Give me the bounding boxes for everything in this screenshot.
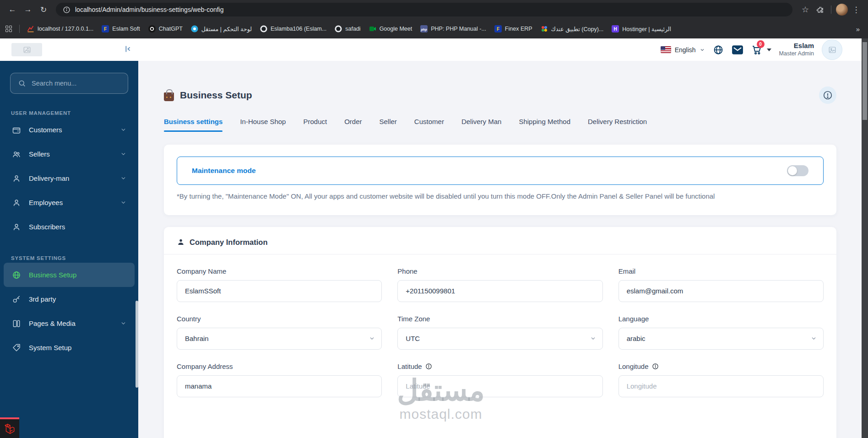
user-avatar[interactable] [822, 39, 842, 60]
alert-info-button[interactable] [819, 87, 836, 104]
bookmark-item[interactable]: phpPHP: PHP Manual -... [417, 23, 490, 34]
field-latitude: LatitudeLatitude [397, 362, 602, 397]
extensions-icon[interactable] [814, 3, 826, 16]
sidebar-item-employees[interactable]: Employees [4, 190, 135, 215]
app-logo-placeholder [11, 43, 42, 56]
pos-cart-button[interactable]: 0 [751, 44, 771, 55]
sidebar-item-delivery-man[interactable]: Delivery-man [4, 166, 135, 190]
browser-menu-icon[interactable]: ⋮ [850, 3, 863, 16]
browser-back-button[interactable]: ← [5, 3, 19, 16]
apps-grid-icon[interactable] [5, 26, 12, 32]
bookmark-item[interactable]: localhost / 127.0.0.1... [23, 23, 97, 34]
bookmark-label: Eslam Soft [112, 26, 140, 32]
field-company-name: Company NameEslamSSoft [177, 267, 382, 302]
tab-seller[interactable]: Seller [380, 118, 397, 128]
bookmark-item[interactable]: ChatGPT [145, 23, 186, 34]
page-scrollbar[interactable] [862, 38, 868, 438]
language-label: English [675, 46, 696, 54]
tab-business-settings[interactable]: Business settings [164, 118, 222, 128]
address-bar[interactable]: localhost/Admin/admin/business-settings/… [56, 3, 792, 16]
tab-in-house-shop[interactable]: In-House Shop [240, 118, 286, 128]
cart-badge: 0 [757, 40, 765, 48]
email-value: eslam@gmail.com [627, 287, 684, 295]
url-text: localhost/Admin/admin/business-settings/… [75, 6, 224, 13]
language-select[interactable]: arabic [618, 328, 824, 350]
person-icon [177, 238, 185, 246]
site-link-globe-icon[interactable] [713, 44, 724, 55]
tab-order[interactable]: Order [344, 118, 362, 128]
messages-icon[interactable] [732, 45, 743, 55]
tab-customer[interactable]: Customer [414, 118, 444, 128]
longitude-input[interactable]: Longitude [618, 375, 824, 397]
tab-shipping-method[interactable]: Shipping Method [519, 118, 570, 128]
browser-profile-avatar[interactable] [836, 4, 848, 16]
cart-caret-icon[interactable] [767, 49, 771, 51]
country-value: Bahrain [185, 335, 209, 342]
company-info-form: Company NameEslamSSoftPhone+201150099801… [177, 267, 824, 397]
field-time-zone: Time ZoneUTC [397, 315, 602, 350]
browser-forward-button[interactable]: → [21, 3, 35, 16]
browser-toolbar: ← → ↻ localhost/Admin/admin/business-set… [0, 0, 868, 19]
bookmark-star-icon[interactable]: ☆ [799, 3, 812, 16]
sidebar-collapse-icon[interactable] [123, 44, 133, 56]
sidebar: Search menu... USER MANAGEMENTCustomersS… [0, 61, 138, 438]
bookmark-item[interactable]: FFinex ERP [491, 23, 536, 34]
tab-product[interactable]: Product [303, 118, 327, 128]
bookmark-item[interactable]: تطبيق عندك (Copy)... [537, 23, 608, 34]
scrollbar-thumb[interactable] [863, 42, 867, 120]
company-name-input[interactable]: EslamSSoft [177, 280, 382, 302]
user-info: Eslam Master Admin [779, 42, 814, 57]
field-language: Languagearabic [618, 315, 824, 350]
sidebar-item-3rd-party[interactable]: 3rd party [4, 287, 135, 311]
sidebar-item-sellers[interactable]: Sellers [4, 142, 135, 166]
sidebar-nav: USER MANAGEMENTCustomersSellersDelivery-… [0, 110, 138, 360]
sidebar-search-input[interactable]: Search menu... [10, 73, 128, 94]
tab-delivery-man[interactable]: Delivery Man [461, 118, 502, 128]
bookmark-item[interactable]: HHostinger | الرئيسية [608, 23, 675, 34]
chevron-down-icon [120, 320, 126, 326]
bookmarks-overflow-chevron[interactable]: » [852, 25, 863, 33]
bookmark-label: Hostinger | الرئيسية [622, 26, 671, 32]
phone-input[interactable]: +201150099801 [397, 280, 602, 302]
chevron-down-icon [120, 151, 126, 157]
company-name-label: Company Name [177, 267, 382, 275]
time-zone-select[interactable]: UTC [397, 328, 602, 350]
tab-delivery-restriction[interactable]: Delivery Restriction [588, 118, 647, 128]
bookmark-item[interactable]: Eslamba106 (Eslam... [256, 23, 330, 34]
chevron-down-icon [120, 127, 126, 133]
country-select[interactable]: Bahrain [177, 328, 382, 350]
chatgpt-favicon [148, 25, 156, 32]
business-bag-icon [164, 92, 174, 101]
info-icon[interactable] [425, 363, 432, 370]
php-favicon: php [420, 25, 428, 32]
company-address-input[interactable]: manama [177, 375, 382, 397]
latitude-input[interactable]: Latitude [397, 375, 602, 397]
maintenance-toggle[interactable] [787, 165, 808, 176]
info-icon[interactable] [652, 363, 659, 370]
sidebar-item-pages-media[interactable]: Pages & Media [4, 311, 135, 335]
bookmark-item[interactable]: safadi [331, 23, 364, 34]
mostaql-favicon [191, 25, 198, 32]
colors-favicon [541, 25, 548, 32]
sidebar-scrollbar[interactable] [136, 301, 138, 388]
bookmark-item[interactable]: FEslam Soft [98, 23, 143, 34]
company-address-value: manama [185, 382, 212, 390]
language-selector[interactable]: English [661, 46, 705, 54]
sidebar-item-subscribers[interactable]: Subscribers [4, 215, 135, 239]
svg-text:H: H [614, 27, 617, 32]
site-info-icon[interactable] [62, 3, 71, 16]
field-company-address: Company Addressmanama [177, 362, 382, 397]
sidebar-item-system-setup[interactable]: System Setup [4, 335, 135, 360]
sidebar-item-customers[interactable]: Customers [4, 118, 135, 142]
svg-text:F: F [497, 27, 499, 32]
bookmark-item[interactable]: Google Meet [365, 23, 416, 34]
laravel-debug-badge[interactable] [0, 417, 19, 438]
sidebar-item-label: Pages & Media [29, 319, 76, 327]
chevron-down-icon [120, 175, 126, 181]
bookmark-item[interactable]: لوحة التحكم | مستقل [187, 23, 255, 34]
company-address-label: Company Address [177, 362, 382, 370]
bookmarks-bar: localhost / 127.0.0.1...FEslam SoftChatG… [0, 19, 868, 38]
browser-reload-button[interactable]: ↻ [37, 3, 50, 16]
email-input[interactable]: eslam@gmail.com [618, 280, 824, 302]
sidebar-item-business-setup[interactable]: Business Setup [4, 263, 135, 287]
